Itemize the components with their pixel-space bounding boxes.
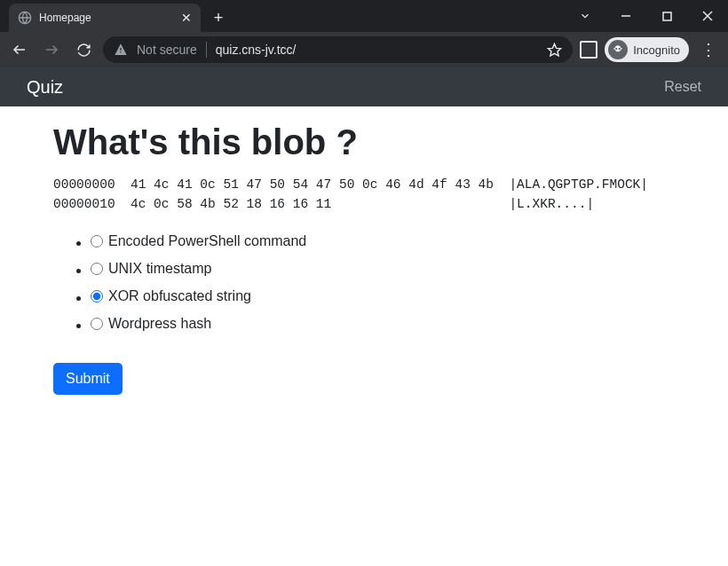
- option-radio-1[interactable]: [91, 263, 103, 275]
- incognito-label: Incognito: [633, 43, 680, 57]
- forward-button[interactable]: [39, 37, 64, 62]
- list-item: Encoded PowerShell command: [91, 233, 675, 251]
- list-item: XOR obfuscated string: [91, 288, 675, 306]
- hex-dump: 00000000 41 4c 41 0c 51 47 50 54 47 50 0…: [53, 175, 675, 214]
- globe-icon: [18, 11, 32, 25]
- page-content: What's this blob ? 00000000 41 4c 41 0c …: [0, 106, 728, 411]
- titlebar: Homepage ✕ +: [0, 0, 728, 32]
- window-controls: [565, 0, 728, 32]
- option-label: Wordpress hash: [108, 316, 211, 332]
- svg-marker-7: [549, 43, 561, 55]
- close-window-button[interactable]: [687, 0, 728, 32]
- address-bar[interactable]: Not secure quiz.cns-jv.tcc/: [103, 36, 573, 63]
- incognito-icon: [608, 40, 628, 59]
- not-secure-icon: [114, 43, 128, 57]
- reset-link[interactable]: Reset: [664, 79, 701, 95]
- kebab-menu-icon[interactable]: ⋮: [696, 40, 721, 59]
- chevron-down-icon[interactable]: [565, 0, 605, 32]
- option-label: Encoded PowerShell command: [108, 233, 306, 249]
- new-tab-button[interactable]: +: [206, 5, 231, 30]
- bookmark-icon[interactable]: [547, 43, 562, 58]
- option-radio-2[interactable]: [91, 290, 103, 303]
- separator: [206, 42, 207, 58]
- option-radio-3[interactable]: [91, 318, 103, 330]
- back-button[interactable]: [7, 37, 32, 62]
- url-text: quiz.cns-jv.tcc/: [216, 43, 297, 57]
- browser-tab[interactable]: Homepage ✕: [9, 4, 201, 32]
- list-item: UNIX timestamp: [91, 261, 675, 279]
- extensions-icon[interactable]: [580, 41, 597, 59]
- browser-toolbar: Not secure quiz.cns-jv.tcc/ Incognito ⋮: [0, 32, 728, 67]
- incognito-badge[interactable]: Incognito: [605, 37, 689, 62]
- list-item: Wordpress hash: [91, 316, 675, 334]
- svg-rect-2: [663, 12, 671, 20]
- option-radio-0[interactable]: [91, 235, 103, 248]
- reload-button[interactable]: [71, 37, 96, 62]
- minimize-button[interactable]: [605, 0, 646, 32]
- submit-button[interactable]: Submit: [53, 363, 123, 395]
- maximize-button[interactable]: [646, 0, 687, 32]
- brand-title: Quiz: [27, 77, 63, 98]
- options-list: Encoded PowerShell command UNIX timestam…: [53, 233, 675, 334]
- option-label: UNIX timestamp: [108, 261, 211, 277]
- quiz-heading: What's this blob ?: [53, 122, 675, 162]
- app-navbar: Quiz Reset: [0, 67, 728, 106]
- toolbar-right: Incognito ⋮: [580, 37, 721, 62]
- option-label: XOR obfuscated string: [108, 288, 251, 304]
- tab-title: Homepage: [39, 12, 174, 24]
- not-secure-label: Not secure: [137, 43, 197, 57]
- tab-close-icon[interactable]: ✕: [181, 12, 192, 24]
